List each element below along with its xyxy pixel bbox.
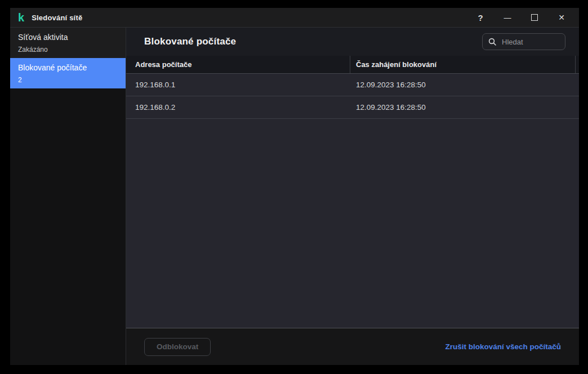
search-icon — [488, 38, 496, 46]
minimize-icon[interactable]: — — [504, 13, 511, 22]
search-box[interactable] — [482, 33, 565, 50]
table-body: 192.168.0.1 12.09.2023 16:28:50 192.168.… — [126, 74, 579, 328]
sidebar: Síťová aktivita Zakázáno Blokované počít… — [10, 28, 126, 365]
kaspersky-logo-icon: k — [18, 12, 24, 23]
column-header-address[interactable]: Adresa počítače — [126, 56, 350, 73]
table-row[interactable]: 192.168.0.1 12.09.2023 16:28:50 — [126, 74, 579, 96]
search-input[interactable] — [501, 37, 559, 47]
sidebar-item-count: 2 — [18, 76, 126, 84]
sidebar-item-label: Blokované počítače — [18, 63, 126, 72]
title-bar: k Sledování sítě ? — ✕ — [10, 8, 579, 28]
footer-bar: Odblokovat Zrušit blokování všech počíta… — [126, 328, 579, 365]
table-header: Adresa počítače Čas zahájení blokování — [126, 56, 579, 74]
cell-address: 192.168.0.1 — [126, 81, 350, 89]
sidebar-item-network-activity[interactable]: Síťová aktivita Zakázáno — [10, 28, 126, 58]
sidebar-item-label: Síťová aktivita — [18, 33, 126, 42]
table-row[interactable]: 192.168.0.2 12.09.2023 16:28:50 — [126, 96, 579, 119]
table-header-spacer — [576, 56, 579, 73]
unblock-button[interactable]: Odblokovat — [144, 338, 211, 356]
page-title: Blokované počítače — [144, 36, 236, 47]
help-icon[interactable]: ? — [476, 13, 484, 22]
app-window: k Sledování sítě ? — ✕ Síťová aktivita Z… — [10, 8, 579, 365]
unblock-all-link[interactable]: Zrušit blokování všech počítačů — [445, 342, 561, 351]
main-panel: Blokované počítače Adresa počítače Čas z… — [126, 28, 579, 365]
sidebar-item-blocked-computers[interactable]: Blokované počítače 2 — [10, 58, 126, 88]
column-header-block-time[interactable]: Čas zahájení blokování — [350, 56, 576, 73]
window-controls: ? — ✕ — [476, 13, 565, 22]
close-icon[interactable]: ✕ — [558, 13, 565, 22]
maximize-icon[interactable] — [531, 13, 538, 22]
window-title: Sledování sítě — [32, 14, 82, 22]
main-header: Blokované počítače — [126, 28, 579, 56]
cell-block-time: 12.09.2023 16:28:50 — [350, 103, 579, 112]
sidebar-item-status: Zakázáno — [18, 46, 126, 54]
cell-address: 192.168.0.2 — [126, 103, 350, 112]
cell-block-time: 12.09.2023 16:28:50 — [350, 81, 579, 89]
